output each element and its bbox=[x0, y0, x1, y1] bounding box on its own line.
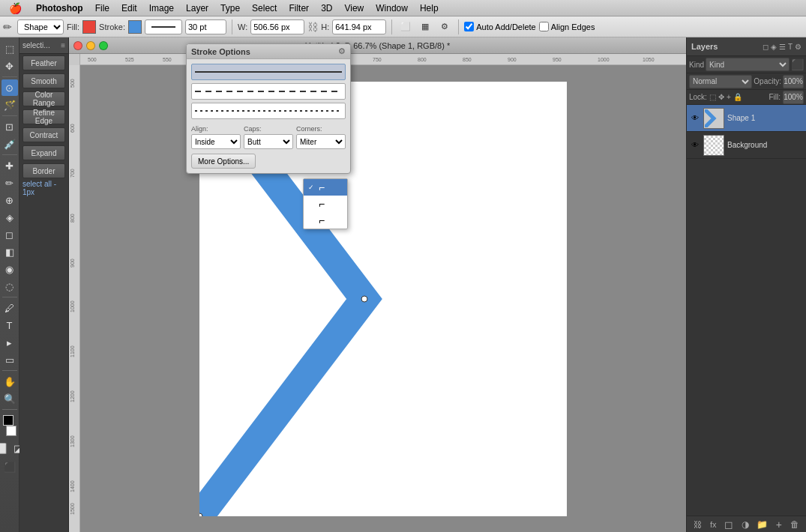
corner-option-bevel[interactable]: ⌐ bbox=[304, 212, 347, 229]
layer-background[interactable]: 👁 Background bbox=[687, 132, 806, 159]
layers-settings-icon[interactable]: ⚙ bbox=[795, 43, 802, 51]
menu-view[interactable]: View bbox=[338, 3, 370, 13]
refine-edge-button[interactable]: Refine Edge bbox=[22, 109, 65, 124]
close-button[interactable] bbox=[73, 41, 82, 50]
layers-adjust-icon[interactable]: ◈ bbox=[771, 43, 777, 51]
kind-select[interactable]: Kind bbox=[706, 58, 790, 71]
standard-mode-btn[interactable]: ⬜ bbox=[0, 440, 9, 456]
magic-wand-tool[interactable]: 🪄 bbox=[1, 97, 18, 113]
fill-input[interactable] bbox=[783, 91, 804, 104]
border-button[interactable]: Border bbox=[22, 163, 65, 178]
menu-3d[interactable]: 3D bbox=[315, 3, 338, 13]
dialog-gear-icon[interactable]: ⚙ bbox=[338, 46, 346, 56]
align-icon[interactable]: ⬜ bbox=[397, 19, 414, 35]
svg-text:750: 750 bbox=[373, 57, 382, 62]
clone-tool[interactable]: ⊕ bbox=[1, 192, 18, 208]
menu-layer[interactable]: Layer bbox=[180, 3, 214, 13]
minimize-button[interactable] bbox=[86, 41, 95, 50]
apple-menu[interactable]: 🍎 bbox=[0, 2, 30, 14]
zoom-tool[interactable]: 🔍 bbox=[1, 390, 18, 407]
brush-tool[interactable]: ✏ bbox=[1, 175, 18, 191]
corner-option-miter[interactable]: ✓ ⌐ bbox=[304, 179, 347, 196]
height-input[interactable] bbox=[332, 19, 386, 34]
path-select-tool[interactable]: ▸ bbox=[1, 334, 18, 351]
add-mask-btn[interactable]: ◻ bbox=[724, 519, 733, 531]
foreground-color[interactable] bbox=[3, 415, 13, 426]
contract-button[interactable]: Contract bbox=[22, 127, 65, 142]
menu-type[interactable]: Type bbox=[214, 3, 246, 13]
select-all-link[interactable]: select all - 1px bbox=[22, 181, 65, 195]
menu-filter[interactable]: Filter bbox=[283, 3, 315, 13]
lock-position-icon[interactable]: ✥ bbox=[718, 93, 724, 101]
stroke-size-input[interactable] bbox=[185, 19, 226, 34]
stroke-color-swatch[interactable] bbox=[128, 20, 142, 34]
feather-button[interactable]: Feather bbox=[22, 55, 65, 70]
blur-tool[interactable]: ◉ bbox=[1, 261, 18, 277]
layers-filter-icon[interactable]: ☰ bbox=[779, 43, 786, 51]
opacity-input[interactable] bbox=[783, 75, 804, 88]
blend-mode-select[interactable]: Normal Multiply Screen bbox=[689, 75, 752, 88]
delete-layer-btn[interactable]: 🗑 bbox=[790, 519, 799, 530]
fill-color-swatch[interactable] bbox=[82, 20, 96, 34]
menu-help[interactable]: Help bbox=[414, 3, 445, 13]
lock-pixels-icon[interactable]: ⬚ bbox=[709, 93, 716, 101]
menu-select[interactable]: Select bbox=[246, 3, 283, 13]
corners-select[interactable]: MiterRoundBevel bbox=[296, 134, 346, 149]
filter-toggle[interactable]: ⬛ bbox=[791, 58, 804, 70]
crop-tool[interactable]: ⊡ bbox=[1, 118, 18, 135]
background-color[interactable] bbox=[6, 426, 16, 436]
menu-file[interactable]: File bbox=[89, 3, 115, 13]
panel-menu-icon[interactable]: ≡ bbox=[61, 41, 65, 49]
new-group-btn[interactable]: 📁 bbox=[757, 519, 768, 530]
layers-type-icon[interactable]: T bbox=[788, 43, 793, 51]
adjustment-btn[interactable]: ◑ bbox=[742, 519, 749, 530]
move-tool[interactable]: ✥ bbox=[1, 58, 18, 74]
tool-mode-select[interactable]: ShapePathPixels bbox=[17, 19, 64, 34]
color-range-button[interactable]: Color Range bbox=[22, 91, 65, 106]
more-options-button[interactable]: More Options... bbox=[191, 154, 256, 169]
menu-window[interactable]: Window bbox=[370, 3, 414, 13]
type-tool[interactable]: T bbox=[1, 317, 18, 333]
new-layer-btn[interactable]: + bbox=[776, 519, 782, 531]
arrange-icon[interactable]: ⚙ bbox=[436, 19, 453, 35]
layer-eye-shape1[interactable]: 👁 bbox=[690, 114, 700, 122]
screen-mode-btn[interactable]: ⬛ bbox=[1, 459, 18, 475]
corner-option-round[interactable]: ⌐ bbox=[304, 196, 347, 212]
stroke-dotted-option[interactable] bbox=[191, 103, 346, 119]
layers-pixel-icon[interactable]: ◻ bbox=[763, 43, 769, 51]
lock-all-icon[interactable]: 🔒 bbox=[733, 93, 742, 101]
align-select[interactable]: InsideOutsideCenter bbox=[191, 134, 241, 149]
shape-tool[interactable]: ▭ bbox=[1, 351, 18, 368]
auto-add-delete-checkbox[interactable]: Auto Add/Delete bbox=[464, 22, 536, 31]
hand-tool[interactable]: ✋ bbox=[1, 373, 18, 390]
expand-button[interactable]: Expand bbox=[22, 145, 65, 160]
caps-select[interactable]: ButtRoundSquare bbox=[244, 134, 293, 149]
link-wh-icon[interactable]: ⛓ bbox=[307, 21, 318, 33]
align-edges-checkbox[interactable]: Align Edges bbox=[539, 22, 595, 31]
stroke-solid-option[interactable] bbox=[191, 64, 346, 80]
pen-tool[interactable]: 🖊 bbox=[1, 300, 18, 316]
smooth-button[interactable]: Smooth bbox=[22, 73, 65, 88]
marquee-tool[interactable]: ⬚ bbox=[1, 40, 18, 57]
layer-eye-background[interactable]: 👁 bbox=[690, 141, 700, 149]
stroke-style-button[interactable] bbox=[145, 19, 182, 34]
w-label: W: bbox=[238, 22, 247, 31]
width-input[interactable] bbox=[250, 19, 304, 34]
healing-tool[interactable]: ✚ bbox=[1, 157, 18, 174]
lock-artboards-icon[interactable]: + bbox=[727, 93, 731, 101]
stroke-dashed-option[interactable] bbox=[191, 83, 346, 100]
eyedropper-tool[interactable]: 💉 bbox=[1, 136, 18, 152]
menu-image[interactable]: Image bbox=[143, 3, 180, 13]
menu-edit[interactable]: Edit bbox=[115, 3, 143, 13]
gradient-tool[interactable]: ◧ bbox=[1, 244, 18, 260]
link-layers-btn[interactable]: ⛓ bbox=[694, 520, 702, 529]
dodge-tool[interactable]: ◌ bbox=[1, 278, 18, 294]
eraser-tool[interactable]: ◻ bbox=[1, 226, 18, 243]
layer-shape1[interactable]: 👁 Shape 1 bbox=[687, 105, 806, 132]
canvas-scroll[interactable] bbox=[80, 65, 686, 532]
layer-style-btn[interactable]: fx bbox=[710, 520, 717, 529]
maximize-button[interactable] bbox=[99, 41, 108, 50]
distribute-icon[interactable]: ▦ bbox=[417, 19, 433, 35]
history-tool[interactable]: ◈ bbox=[1, 209, 18, 226]
lasso-tool[interactable]: ⊙ bbox=[1, 79, 18, 96]
